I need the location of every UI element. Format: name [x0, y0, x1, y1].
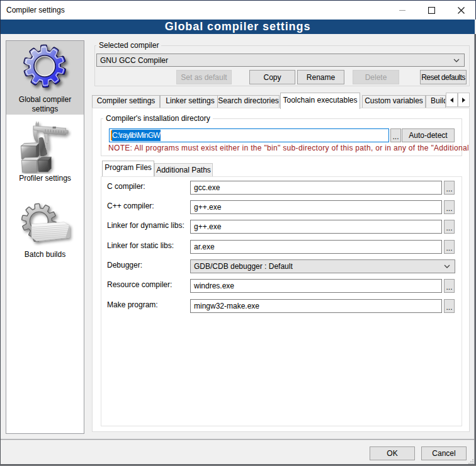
- linker-static-browse-button[interactable]: ...: [444, 240, 455, 254]
- settings-category-list: Global compiler settings: [6, 40, 84, 434]
- cpp-compiler-browse-button[interactable]: ...: [444, 200, 455, 214]
- tab-build-options[interactable]: Build options: [426, 95, 446, 108]
- make-program-browse-label: ...: [446, 303, 452, 312]
- ok-button[interactable]: OK: [370, 446, 415, 460]
- profiler-settings-icon: [16, 121, 72, 174]
- arrow-left-icon: [450, 98, 453, 103]
- compiler-settings-dialog: Compiler settings Global compiler settin…: [0, 0, 476, 466]
- grip-dot: [472, 459, 473, 460]
- c-compiler-browse-label: ...: [446, 185, 452, 193]
- subtab-program-files[interactable]: Program Files: [102, 161, 154, 176]
- sidebar-item-label: Batch builds: [6, 250, 84, 259]
- grip-dot: [468, 463, 470, 464]
- c-compiler-browse-button[interactable]: ...: [444, 181, 455, 195]
- cancel-label: Cancel: [432, 449, 455, 458]
- dialog-header-title: Global compiler settings: [1, 20, 475, 33]
- close-button[interactable]: [446, 1, 475, 20]
- batch-builds-icon: [19, 200, 74, 247]
- cancel-button[interactable]: Cancel: [421, 446, 467, 460]
- resource-compiler-value: windres.exe: [191, 281, 234, 290]
- linker-dynamic-input[interactable]: g++.exe: [190, 220, 442, 234]
- set-as-default-button[interactable]: Set as default: [176, 70, 232, 84]
- installation-directory-input[interactable]: C:\raylib\MinGW: [109, 128, 389, 142]
- tab-toolchain-executables[interactable]: Toolchain executables: [280, 93, 360, 109]
- selected-compiler-group-label: Selected compiler: [96, 42, 161, 50]
- maximize-button[interactable]: [417, 1, 446, 20]
- sidebar-item-label: settings: [6, 105, 84, 114]
- resource-compiler-label: Resource compiler:: [107, 278, 172, 292]
- installation-directory-group-label: Compiler's installation directory: [103, 115, 213, 123]
- cpp-compiler-browse-label: ...: [446, 204, 452, 213]
- reset-defaults-button[interactable]: Reset defaults: [420, 70, 467, 84]
- sidebar-item-batch-builds[interactable]: Batch builds: [6, 196, 84, 259]
- resource-compiler-browse-button[interactable]: ...: [444, 279, 455, 293]
- sidebar-item-label: Profiler settings: [6, 174, 84, 183]
- cpp-compiler-label: C++ compiler:: [107, 199, 154, 213]
- grip-dot: [470, 461, 472, 462]
- grip-dot: [470, 463, 472, 464]
- tab-custom-variables[interactable]: Custom variables: [362, 95, 426, 108]
- window-title: Compiler settings: [6, 1, 65, 20]
- auto-detect-button[interactable]: Auto-detect: [402, 128, 455, 142]
- browse-directory-button[interactable]: ...: [390, 128, 401, 142]
- linker-static-label: Linker for static libs:: [107, 239, 174, 253]
- debugger-value: GDB/CDB debugger : Default: [191, 262, 439, 271]
- linker-dynamic-browse-button[interactable]: ...: [444, 220, 455, 234]
- reset-defaults-label: Reset defaults: [421, 73, 465, 82]
- tab-linker-settings[interactable]: Linker settings: [160, 95, 220, 108]
- resource-compiler-input[interactable]: windres.exe: [190, 279, 442, 293]
- resource-compiler-browse-label: ...: [446, 283, 452, 292]
- set-as-default-label: Set as default: [181, 73, 227, 82]
- window-border: [0, 0, 1, 466]
- chevron-down-icon: [449, 59, 464, 62]
- maximize-icon: [428, 7, 435, 14]
- make-program-input[interactable]: mingw32-make.exe: [190, 299, 442, 313]
- close-icon: [458, 7, 465, 14]
- tab-scroll-right-button[interactable]: [458, 93, 470, 107]
- linker-static-input[interactable]: ar.exe: [190, 240, 442, 254]
- selected-compiler-combobox[interactable]: GNU GCC Compiler: [96, 54, 465, 67]
- minimize-button[interactable]: [388, 1, 417, 20]
- global-compiler-settings-icon: [21, 42, 72, 95]
- cpp-compiler-input[interactable]: g++.exe: [190, 200, 442, 214]
- delete-label: Delete: [365, 73, 387, 82]
- linker-static-browse-label: ...: [446, 244, 452, 253]
- c-compiler-label: C compiler:: [107, 179, 145, 193]
- installation-directory-value: C:\raylib\MinGW: [112, 130, 161, 141]
- sidebar-item-profiler-settings[interactable]: Profiler settings: [6, 115, 84, 183]
- ok-label: OK: [387, 449, 397, 458]
- footer-divider: [1, 439, 474, 440]
- chevron-down-icon: [439, 264, 455, 268]
- minimize-icon: [399, 7, 405, 13]
- linker-dynamic-value: g++.exe: [191, 222, 221, 231]
- sidebar-item-label: Global compiler: [6, 95, 84, 105]
- linker-dynamic-browse-label: ...: [446, 224, 452, 232]
- make-program-value: mingw32-make.exe: [191, 302, 259, 310]
- window-border: [0, 0, 476, 1]
- sidebar-item-global-compiler-settings[interactable]: Global compiler settings: [6, 41, 84, 115]
- grip-dot: [472, 461, 473, 462]
- copy-label: Copy: [263, 73, 281, 82]
- rename-label: Rename: [307, 73, 335, 82]
- debugger-label: Debugger:: [107, 258, 142, 272]
- make-program-label: Make program:: [107, 298, 158, 312]
- subtab-additional-paths[interactable]: Additional Paths: [154, 163, 213, 176]
- arrow-right-icon: [462, 98, 465, 103]
- c-compiler-input[interactable]: gcc.exe: [190, 181, 442, 195]
- make-program-browse-button[interactable]: ...: [444, 299, 455, 313]
- rename-button[interactable]: Rename: [297, 70, 344, 84]
- tab-scroll-left-button[interactable]: [446, 93, 458, 107]
- c-compiler-value: gcc.exe: [191, 183, 220, 192]
- selected-compiler-value: GNU GCC Compiler: [97, 56, 449, 65]
- title-bar[interactable]: Compiler settings: [1, 1, 475, 20]
- directory-note-text: NOTE: All programs must exist either in …: [108, 144, 468, 152]
- tab-search-directories[interactable]: Search directories: [217, 95, 280, 108]
- linker-static-value: ar.exe: [191, 242, 215, 251]
- auto-detect-label: Auto-detect: [409, 131, 447, 140]
- copy-button[interactable]: Copy: [249, 70, 295, 84]
- debugger-combobox[interactable]: GDB/CDB debugger : Default: [190, 259, 455, 273]
- tab-compiler-settings[interactable]: Compiler settings: [92, 95, 160, 108]
- grip-dot: [472, 463, 473, 464]
- delete-button[interactable]: Delete: [353, 70, 399, 84]
- cpp-compiler-value: g++.exe: [191, 203, 221, 212]
